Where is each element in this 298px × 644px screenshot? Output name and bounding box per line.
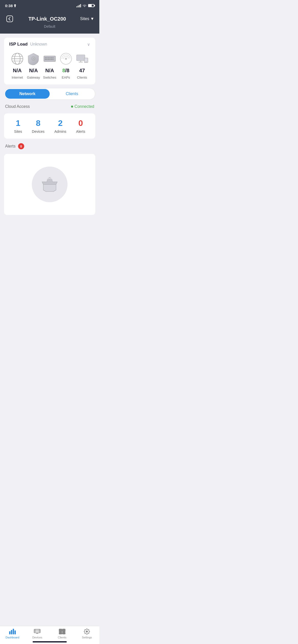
clients-value: 47 <box>79 68 85 74</box>
svg-rect-16 <box>46 59 47 60</box>
sites-value: 1 <box>16 119 20 128</box>
cloud-connected-dot <box>71 106 73 108</box>
cloud-connected-text: Connected <box>75 104 94 109</box>
isp-item-gateway[interactable]: N/A Gateway <box>26 52 40 79</box>
svg-rect-11 <box>48 57 49 58</box>
svg-point-7 <box>33 58 34 59</box>
sites-button[interactable]: Sites ▼ <box>80 17 94 21</box>
svg-rect-19 <box>51 59 52 60</box>
cloud-access-label: Cloud Access <box>5 104 30 109</box>
isp-item-switches[interactable]: N/A Switches <box>43 52 57 79</box>
stat-devices[interactable]: 8 Devices <box>32 119 45 134</box>
stat-sites[interactable]: 1 Sites <box>14 119 22 134</box>
clients-label: Clients <box>77 76 87 79</box>
admins-label: Admins <box>55 129 66 134</box>
header: TP-Link_OC200 Sites ▼ Default <box>0 11 99 34</box>
gateway-value: N/A <box>29 68 38 74</box>
svg-rect-0 <box>7 16 13 22</box>
svg-rect-15 <box>45 59 46 60</box>
cloud-status: Connected <box>71 104 94 109</box>
stats-card: 1 Sites 8 Devices 2 Admins 0 Alerts <box>4 113 95 139</box>
tab-clients[interactable]: Clients <box>50 89 94 99</box>
signal-icon <box>76 4 81 7</box>
svg-rect-12 <box>49 57 50 58</box>
status-icons <box>76 4 94 8</box>
gateway-label: Gateway <box>27 76 40 79</box>
stat-alerts[interactable]: 0 Alerts <box>76 119 85 134</box>
eaps-label: EAPs <box>62 76 70 79</box>
tab-toggle: Network Clients <box>4 88 95 100</box>
isp-item-eaps[interactable]: 8/8 EAPs <box>59 52 73 79</box>
eaps-value: 8/8 <box>62 68 70 74</box>
isp-items: N/A Internet <box>9 52 90 79</box>
alerts-value: 0 <box>78 119 83 128</box>
isp-item-clients[interactable]: 47 Clients <box>75 52 89 79</box>
devices-value: 8 <box>36 119 40 128</box>
isp-card: ISP Load Unknown ∨ N/A Internet <box>4 38 95 84</box>
svg-rect-18 <box>49 59 50 60</box>
admins-value: 2 <box>58 119 63 128</box>
stat-admins[interactable]: 2 Admins <box>55 119 66 134</box>
cloud-access-row: Cloud Access Connected <box>4 103 95 110</box>
switches-label: Switches <box>43 76 56 79</box>
battery-icon <box>88 4 94 7</box>
empty-box-icon <box>32 167 67 202</box>
svg-rect-8 <box>44 56 56 62</box>
devices-label: Devices <box>32 129 45 134</box>
status-time: 0:38 <box>5 4 16 8</box>
internet-value: N/A <box>13 68 22 74</box>
alerts-row: Alerts 0 <box>4 142 95 150</box>
svg-point-28 <box>86 62 87 62</box>
sites-label: Sites <box>14 129 22 134</box>
main-content: ISP Load Unknown ∨ N/A Internet <box>0 34 99 245</box>
empty-alerts-card <box>4 154 95 215</box>
svg-rect-10 <box>46 57 47 58</box>
isp-status: Unknown <box>30 42 47 47</box>
svg-rect-20 <box>52 59 53 60</box>
alerts-badge: 0 <box>18 143 24 149</box>
svg-rect-14 <box>52 57 53 58</box>
alerts-label: Alerts <box>5 144 16 149</box>
page-title: TP-Link_OC200 <box>28 16 66 22</box>
isp-item-internet[interactable]: N/A Internet <box>10 52 24 79</box>
svg-rect-24 <box>77 55 85 61</box>
header-subtitle: Default <box>44 24 55 28</box>
chevron-down-icon[interactable]: ∨ <box>87 42 90 47</box>
isp-title: ISP Load <box>9 42 28 47</box>
tab-network[interactable]: Network <box>5 89 50 99</box>
svg-rect-9 <box>45 57 46 58</box>
internet-label: Internet <box>12 76 23 79</box>
switches-value: N/A <box>45 68 54 74</box>
svg-rect-17 <box>48 59 49 60</box>
status-bar: 0:38 <box>0 0 99 11</box>
alerts-stat-label: Alerts <box>76 129 85 134</box>
svg-rect-13 <box>51 57 52 58</box>
wifi-icon <box>83 4 87 8</box>
back-button[interactable] <box>5 14 14 23</box>
svg-point-22 <box>65 58 67 60</box>
